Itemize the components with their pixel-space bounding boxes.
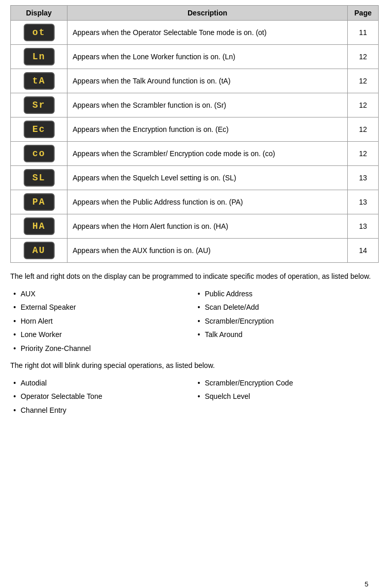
list-item: Channel Entry: [10, 404, 195, 417]
page-cell: 12: [348, 45, 379, 69]
list-item: Horn Alert: [10, 314, 195, 328]
description-cell: Appears when the Encryption function is …: [67, 117, 348, 142]
list-item: AUX: [10, 287, 195, 300]
list-item: External Speaker: [10, 300, 195, 314]
table-row: tAAppears when the Talk Around function …: [11, 69, 379, 93]
lcd-icon: co: [24, 145, 55, 162]
display-cell: SL: [11, 166, 67, 190]
display-cell: AU: [11, 239, 67, 263]
display-cell: ot: [11, 21, 67, 45]
description-cell: Appears when the Lone Worker function is…: [67, 45, 348, 69]
description-cell: Appears when the Scrambler function is o…: [67, 93, 348, 117]
list-item: Lone Worker: [10, 328, 195, 341]
bullet-col-left-1: AUXExternal SpeakerHorn AlertLone Worker…: [10, 287, 195, 355]
header-page: Page: [348, 6, 379, 21]
table-row: coAppears when the Scrambler/ Encryption…: [11, 142, 379, 166]
page-cell: 13: [348, 190, 379, 214]
right-bullet-list-2: Scrambler/Encryption CodeSquelch Level: [195, 376, 379, 404]
table-row: SLAppears when the Squelch Level setting…: [11, 166, 379, 190]
header-description: Description: [67, 6, 348, 21]
bullet-col-right-1: Public AddressScan Delete/AddScrambler/E…: [195, 287, 379, 355]
page-number: 5: [365, 580, 368, 588]
right-bullet-list-1: Public AddressScan Delete/AddScrambler/E…: [195, 287, 379, 342]
bullet-col-left-2: AutodialOperator Selectable ToneChannel …: [10, 376, 195, 417]
display-cell: Ln: [11, 45, 67, 69]
lcd-icon: HA: [24, 217, 55, 235]
table-row: PAAppears when the Public Address functi…: [11, 190, 379, 214]
table-row: otAppears when the Operator Selectable T…: [11, 21, 379, 45]
list-item: Operator Selectable Tone: [10, 390, 195, 403]
display-cell: PA: [11, 190, 67, 214]
lcd-icon: AU: [24, 242, 55, 259]
display-cell: co: [11, 142, 67, 166]
lcd-icon: tA: [24, 72, 55, 90]
header-display: Display: [11, 6, 67, 21]
description-cell: Appears when the Talk Around function is…: [67, 69, 348, 93]
lcd-icon: Ec: [24, 121, 55, 138]
table-row: EcAppears when the Encryption function i…: [11, 117, 379, 142]
description-cell: Appears when the AUX function is on. (AU…: [67, 239, 348, 263]
list-item: Scrambler/Encryption: [195, 314, 379, 328]
description-cell: Appears when the Squelch Level setting i…: [67, 166, 348, 190]
left-bullet-list-1: AUXExternal SpeakerHorn AlertLone Worker…: [10, 287, 195, 355]
display-table: Display Description Page otAppears when …: [10, 5, 379, 263]
page-cell: 12: [348, 142, 379, 166]
page-cell: 12: [348, 93, 379, 117]
lcd-icon: SL: [24, 169, 55, 187]
description-cell: Appears when the Horn Alert function is …: [67, 214, 348, 239]
page-cell: 11: [348, 21, 379, 45]
display-cell: Ec: [11, 117, 67, 142]
lcd-icon: Sr: [24, 96, 55, 114]
bullet-list-1: AUXExternal SpeakerHorn AlertLone Worker…: [10, 287, 379, 355]
list-item: Squelch Level: [195, 390, 379, 403]
lcd-icon: ot: [24, 24, 55, 41]
paragraph-1: The left and right dots on the display c…: [10, 271, 379, 282]
left-bullet-list-2: AutodialOperator Selectable ToneChannel …: [10, 376, 195, 417]
bullet-list-2: AutodialOperator Selectable ToneChannel …: [10, 376, 379, 417]
display-cell: HA: [11, 214, 67, 239]
list-item: Autodial: [10, 376, 195, 390]
list-item: Scrambler/Encryption Code: [195, 376, 379, 390]
page-cell: 14: [348, 239, 379, 263]
description-cell: Appears when the Scrambler/ Encryption c…: [67, 142, 348, 166]
page-cell: 13: [348, 214, 379, 239]
page-cell: 13: [348, 166, 379, 190]
page-cell: 12: [348, 69, 379, 93]
table-row: AUAppears when the AUX function is on. (…: [11, 239, 379, 263]
bullet-col-right-2: Scrambler/Encryption CodeSquelch Level: [195, 376, 379, 417]
table-row: HAAppears when the Horn Alert function i…: [11, 214, 379, 239]
paragraph-2: The right dot will blink during special …: [10, 360, 379, 371]
table-row: SrAppears when the Scrambler function is…: [11, 93, 379, 117]
display-cell: tA: [11, 69, 67, 93]
page-cell: 12: [348, 117, 379, 142]
list-item: Scan Delete/Add: [195, 300, 379, 314]
list-item: Public Address: [195, 287, 379, 300]
display-cell: Sr: [11, 93, 67, 117]
lcd-icon: PA: [24, 193, 55, 211]
description-cell: Appears when the Public Address function…: [67, 190, 348, 214]
list-item: Priority Zone-Channel: [10, 342, 195, 355]
page-wrapper: Display Description Page otAppears when …: [10, 5, 379, 588]
table-row: LnAppears when the Lone Worker function …: [11, 45, 379, 69]
description-cell: Appears when the Operator Selectable Ton…: [67, 21, 348, 45]
lcd-icon: Ln: [24, 48, 55, 65]
list-item: Talk Around: [195, 328, 379, 341]
